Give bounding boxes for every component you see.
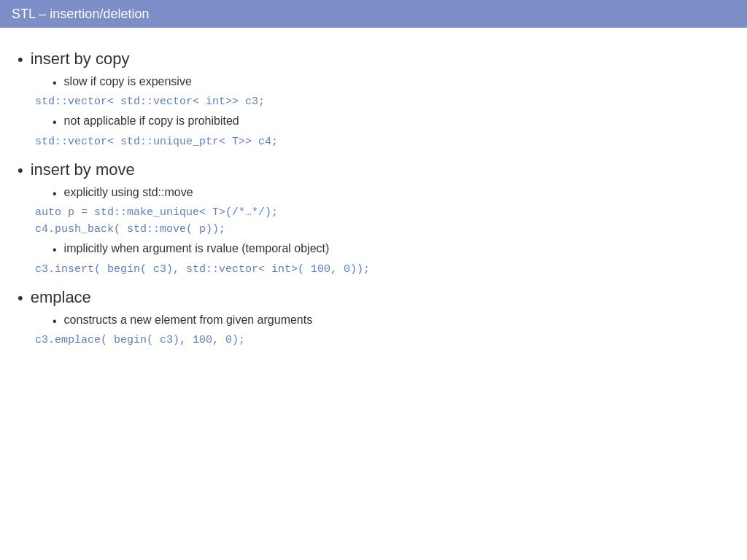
code-line: c4.push_back( std::move( p));: [35, 222, 729, 238]
sub-item-label: explicitly using std::move: [64, 186, 193, 199]
sub-item-slow-copy: • slow if copy is expensive: [53, 75, 729, 91]
code-line: std::vector< std::vector< int>> c3;: [35, 94, 729, 111]
sub-item-implicitly-rvalue: • implicitly when argument is rvalue (te…: [53, 242, 729, 258]
sub-bullet-dot: •: [53, 314, 57, 330]
code-line: auto p = std::make_unique< T>(/*…*/);: [35, 205, 729, 222]
section-main-label: emplace: [31, 288, 91, 307]
code-block-c3-decl: std::vector< std::vector< int>> c3;: [35, 94, 729, 111]
code-line: std::vector< std::unique_ptr< T>> c4;: [35, 134, 729, 151]
section-insert-by-copy: • insert by copy: [18, 50, 729, 71]
bullet-dot: •: [18, 288, 23, 309]
section-main-label: insert by copy: [31, 50, 130, 69]
main-content: • insert by copy • slow if copy is expen…: [0, 28, 747, 362]
code-line: c3.insert( begin( c3), std::vector< int>…: [35, 262, 729, 279]
sub-bullet-dot: •: [53, 242, 57, 258]
bullet-dot: •: [18, 160, 23, 182]
title-text: STL – insertion/deletion: [12, 7, 149, 22]
section-emplace: • emplace: [18, 288, 729, 309]
sub-bullet-dot: •: [53, 75, 57, 91]
sub-item-constructs: • constructs a new element from given ar…: [53, 314, 729, 330]
sub-bullet-dot: •: [53, 114, 57, 131]
page-title: STL – insertion/deletion: [0, 0, 747, 28]
section-main-label: insert by move: [31, 160, 135, 179]
sub-bullet-dot: •: [53, 186, 57, 202]
sub-item-explicitly-move: • explicitly using std::move: [53, 186, 729, 202]
sub-item-label: constructs a new element from given argu…: [64, 314, 313, 327]
sub-item-label: implicitly when argument is rvalue (temp…: [64, 242, 330, 255]
code-block-c4-decl: std::vector< std::unique_ptr< T>> c4;: [35, 134, 729, 151]
sub-item-label: slow if copy is expensive: [64, 75, 192, 88]
section-insert-by-move: • insert by move: [18, 160, 729, 182]
code-line: c3.emplace( begin( c3), 100, 0);: [35, 332, 729, 349]
code-block-make-unique: auto p = std::make_unique< T>(/*…*/); c4…: [35, 205, 729, 238]
code-block-emplace: c3.emplace( begin( c3), 100, 0);: [35, 332, 729, 349]
code-block-c3-insert: c3.insert( begin( c3), std::vector< int>…: [35, 262, 729, 279]
sub-item-label: not applicable if copy is prohibited: [64, 114, 239, 128]
sub-item-not-applicable: • not applicable if copy is prohibited: [53, 114, 729, 131]
bullet-dot: •: [18, 50, 23, 71]
